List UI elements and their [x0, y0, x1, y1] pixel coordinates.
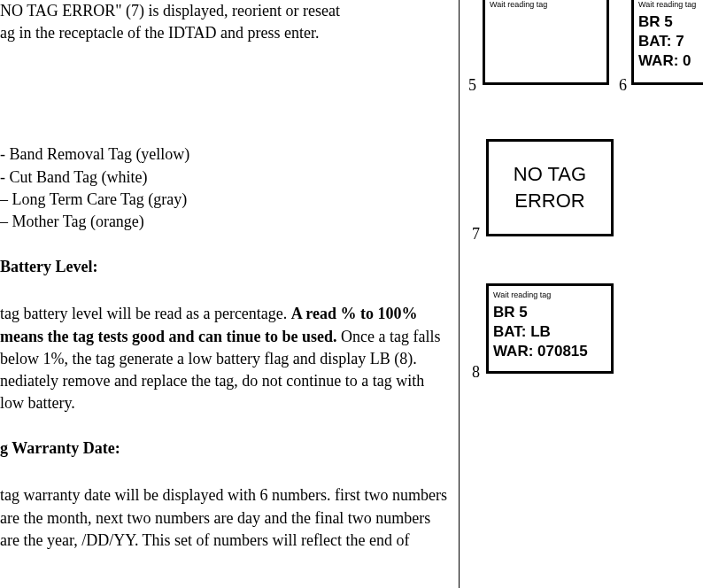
- list-item: – Long Term Care Tag (gray): [0, 189, 450, 211]
- warranty-heading: g Warranty Date:: [0, 437, 450, 460]
- figure-label-7: 7: [472, 223, 480, 245]
- battery-heading: Battery Level:: [0, 256, 450, 278]
- figure-column: Wait reading tag 5 Wait reading tag BR 5…: [460, 0, 703, 588]
- device-line: BR 5: [634, 12, 703, 32]
- device-line: NO TAG: [514, 161, 586, 188]
- warranty-paragraph: tag warranty date will be displayed with…: [0, 484, 450, 552]
- device-line: BAT: LB: [489, 322, 611, 342]
- device-line: WAR: 0: [634, 51, 703, 71]
- device-box-6: Wait reading tag BR 5 BAT: 7 WAR: 0: [631, 0, 703, 85]
- battery-paragraph: tag battery level will be read as a perc…: [0, 303, 450, 414]
- figure-label-5: 5: [468, 74, 476, 97]
- device-box-5: Wait reading tag: [483, 0, 609, 85]
- list-item: – Mother Tag (orange): [0, 211, 450, 233]
- figure-label-8: 8: [472, 361, 480, 383]
- device-line: BR 5: [489, 303, 611, 322]
- device-line: BAT: 7: [634, 32, 703, 51]
- device-status: Wait reading tag: [489, 286, 611, 303]
- device-line: ERROR: [514, 188, 584, 214]
- device-line: WAR: 070815: [489, 342, 611, 361]
- device-status: Wait reading tag: [634, 0, 703, 12]
- tag-list: - Band Removal Tag (yellow) - Cut Band T…: [0, 143, 450, 233]
- text-column: NO TAG ERROR" (7) is displayed, reorient…: [0, 0, 459, 588]
- list-item: - Cut Band Tag (white): [0, 166, 450, 189]
- list-item: - Band Removal Tag (yellow): [0, 143, 450, 166]
- device-box-8: Wait reading tag BR 5 BAT: LB WAR: 07081…: [486, 283, 614, 374]
- text-line: ag in the receptacle of the IDTAD and pr…: [0, 24, 319, 42]
- figure-label-6: 6: [619, 74, 627, 97]
- text: tag battery level will be read as a perc…: [0, 305, 291, 322]
- text: tag warranty date will be displayed with…: [0, 486, 447, 548]
- page: NO TAG ERROR" (7) is displayed, reorient…: [0, 0, 703, 588]
- device-status: Wait reading tag: [485, 0, 606, 12]
- intro-paragraph: NO TAG ERROR" (7) is displayed, reorient…: [0, 0, 450, 44]
- device-box-7: NO TAG ERROR: [486, 139, 614, 236]
- text-line: NO TAG ERROR" (7) is displayed, reorient…: [0, 2, 340, 19]
